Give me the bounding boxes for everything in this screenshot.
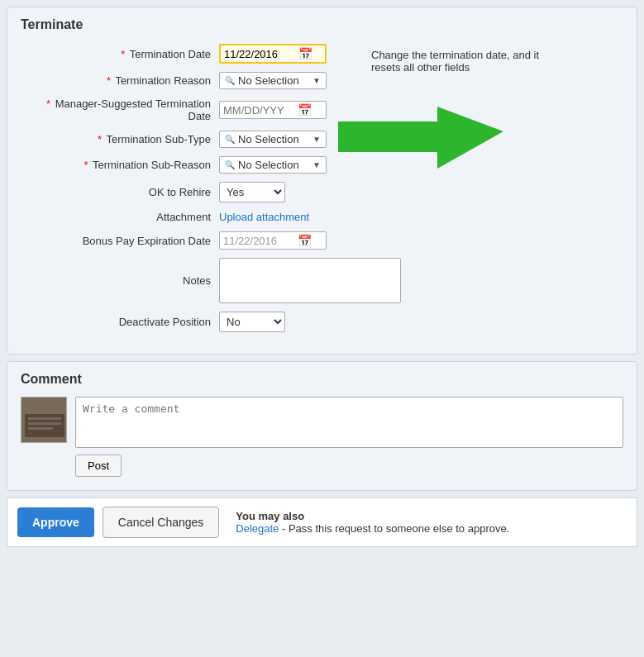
- info-text: Change the termination date, and it rese…: [371, 49, 561, 74]
- ok-to-rehire-select[interactable]: Yes No: [219, 182, 285, 202]
- comment-input[interactable]: [75, 397, 623, 448]
- search-icon: 🔍: [225, 76, 235, 85]
- termination-reason-select[interactable]: 🔍 No Selection ▼: [219, 72, 327, 89]
- avatar-svg: [21, 398, 67, 443]
- delegate-link[interactable]: Delegate: [236, 522, 279, 535]
- search-icon-3: 🔍: [225, 160, 235, 169]
- bonus-pay-input-wrapper[interactable]: 📅: [219, 231, 327, 250]
- calendar-icon-3[interactable]: 📅: [298, 234, 312, 247]
- required-star-4: *: [98, 133, 102, 145]
- you-may-also-title: You may also: [236, 510, 509, 522]
- terminate-section: Terminate Change the termination date, a…: [7, 7, 637, 355]
- deactivate-position-label: Deactivate Position: [21, 316, 219, 328]
- termination-subreason-row: * Termination Sub-Reason 🔍 No Selection …: [21, 156, 623, 174]
- search-icon-2: 🔍: [225, 135, 235, 144]
- you-may-also-section: You may also Delegate - Pass this reques…: [236, 510, 509, 535]
- termination-date-input[interactable]: [224, 48, 298, 60]
- deactivate-position-select[interactable]: No Yes: [219, 312, 285, 332]
- cancel-changes-button[interactable]: Cancel Changes: [103, 507, 220, 538]
- svg-rect-5: [28, 427, 53, 430]
- termination-subreason-select[interactable]: 🔍 No Selection ▼: [219, 156, 327, 174]
- manager-suggested-label: * Manager-Suggested Termination Date: [21, 98, 219, 122]
- comment-row: [21, 397, 623, 448]
- notes-label: Notes: [21, 274, 219, 287]
- calendar-icon[interactable]: 📅: [298, 47, 312, 60]
- comment-title: Comment: [21, 372, 623, 387]
- bonus-pay-row: Bonus Pay Expiration Date 📅: [21, 231, 623, 250]
- termination-date-input-wrapper[interactable]: 📅: [219, 44, 327, 64]
- bottom-bar: Approve Cancel Changes You may also Dele…: [7, 498, 637, 547]
- delegate-description: - Pass this request to someone else to a…: [279, 522, 509, 535]
- svg-rect-4: [28, 422, 61, 425]
- comment-section: Comment Post: [7, 361, 637, 491]
- notes-row: Notes: [21, 258, 623, 303]
- deactivate-position-row: Deactivate Position No Yes: [21, 312, 623, 332]
- required-star: *: [121, 48, 125, 60]
- termination-subtype-value: No Selection: [238, 133, 312, 145]
- approve-button[interactable]: Approve: [17, 507, 94, 537]
- svg-rect-3: [28, 417, 61, 420]
- dropdown-arrow-icon-2: ▼: [312, 135, 321, 144]
- notes-textarea[interactable]: [219, 258, 401, 303]
- avatar-image: [21, 398, 66, 442]
- you-may-also-row: Delegate - Pass this request to someone …: [236, 522, 509, 535]
- attachment-label: Attachment: [21, 211, 219, 223]
- manager-suggested-input-wrapper[interactable]: 📅: [219, 101, 327, 119]
- termination-subreason-value: No Selection: [238, 159, 312, 171]
- ok-to-rehire-row: OK to Rehire Yes No: [21, 182, 623, 202]
- required-star-5: *: [83, 159, 88, 171]
- manager-suggested-row: * Manager-Suggested Termination Date 📅: [21, 98, 623, 122]
- dropdown-arrow-icon: ▼: [312, 76, 321, 85]
- termination-reason-value: No Selection: [238, 74, 312, 87]
- arrow-icon: [330, 107, 503, 181]
- ok-to-rehire-label: OK to Rehire: [21, 186, 219, 198]
- bonus-pay-label: Bonus Pay Expiration Date: [21, 235, 219, 247]
- post-button[interactable]: Post: [75, 455, 122, 477]
- required-star-2: *: [107, 74, 111, 87]
- bonus-pay-input[interactable]: [223, 235, 298, 247]
- termination-subtype-row: * Termination Sub-Type 🔍 No Selection ▼: [21, 131, 623, 148]
- attachment-row: Attachment Upload attachment: [21, 211, 623, 223]
- arrow-container: [330, 107, 503, 183]
- avatar: [21, 397, 67, 443]
- terminate-title: Terminate: [21, 17, 623, 32]
- page-wrapper: Terminate Change the termination date, a…: [0, 0, 644, 554]
- svg-marker-0: [338, 107, 503, 169]
- manager-suggested-input[interactable]: [223, 104, 298, 117]
- termination-date-label: * Termination Date: [21, 48, 219, 60]
- calendar-icon-2[interactable]: 📅: [298, 103, 312, 117]
- termination-subtype-select[interactable]: 🔍 No Selection ▼: [219, 131, 327, 148]
- termination-subreason-label: * Termination Sub-Reason: [21, 159, 219, 171]
- termination-reason-label: * Termination Reason: [21, 74, 219, 87]
- info-text-content: Change the termination date, and it rese…: [371, 49, 539, 74]
- required-star-3: *: [46, 98, 50, 110]
- dropdown-arrow-icon-3: ▼: [312, 160, 321, 169]
- upload-attachment-link[interactable]: Upload attachment: [219, 211, 309, 223]
- termination-reason-row: * Termination Reason 🔍 No Selection ▼: [21, 72, 623, 89]
- termination-subtype-label: * Termination Sub-Type: [21, 133, 219, 145]
